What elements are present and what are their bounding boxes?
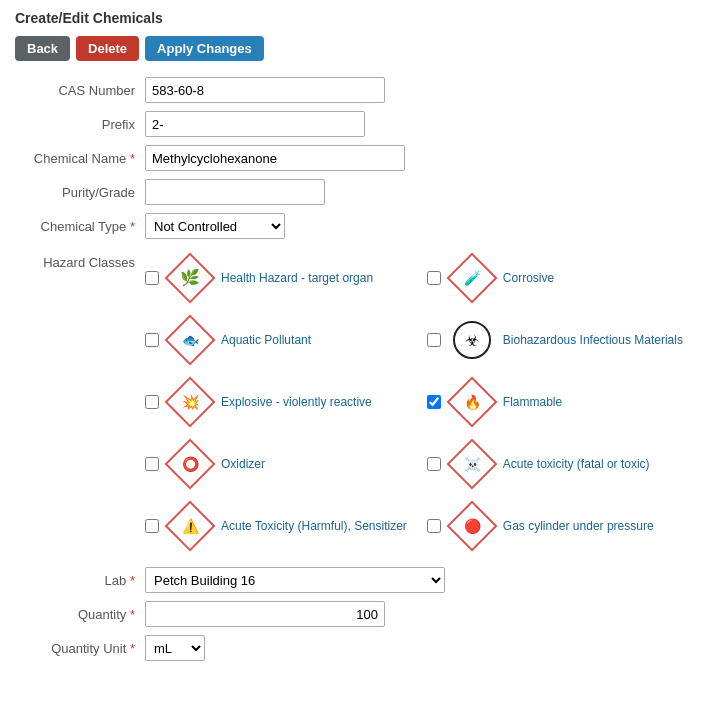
hazard-gas-checkbox[interactable]	[427, 519, 441, 533]
hazard-flammable-label: Flammable	[503, 395, 562, 409]
hazard-gas: 🔴 Gas cylinder under pressure	[427, 501, 689, 551]
quantity-input[interactable]	[145, 601, 385, 627]
hazard-corrosive-checkbox[interactable]	[427, 271, 441, 285]
svg-text:☣: ☣	[465, 332, 479, 349]
quantity-row: Quantity *	[15, 601, 698, 627]
aquatic-icon: 🐟	[165, 315, 215, 365]
biohazard-icon: ☣	[447, 315, 497, 365]
qty-unit-label: Quantity Unit *	[15, 641, 145, 656]
name-row: Chemical Name *	[15, 145, 698, 171]
hazard-biohazard: ☣ Biohazardous Infectious Materials	[427, 315, 689, 365]
hazard-flammable-checkbox[interactable]	[427, 395, 441, 409]
hazard-oxidizer-label: Oxidizer	[221, 457, 265, 471]
hazard-harmful: ⚠️ Acute Toxicity (Harmful), Sensitizer	[145, 501, 407, 551]
hazard-aquatic-label: Aquatic Pollutant	[221, 333, 311, 347]
acute-toxic-icon: ☠️	[447, 439, 497, 489]
hazard-grid: 🌿 Health Hazard - target organ 🧪 Corrosi…	[145, 253, 689, 551]
lab-row: Lab * Petch Building 16	[15, 567, 698, 593]
purity-row: Purity/Grade	[15, 179, 698, 205]
cas-row: CAS Number	[15, 77, 698, 103]
hazard-aquatic-checkbox[interactable]	[145, 333, 159, 347]
hazard-explosive: 💥 Explosive - violently reactive	[145, 377, 407, 427]
hazard-health: 🌿 Health Hazard - target organ	[145, 253, 407, 303]
cas-label: CAS Number	[15, 83, 145, 98]
hazard-flammable: 🔥 Flammable	[427, 377, 689, 427]
corrosive-icon: 🧪	[447, 253, 497, 303]
name-label: Chemical Name *	[15, 151, 145, 166]
health-hazard-icon: 🌿	[165, 253, 215, 303]
purity-label: Purity/Grade	[15, 185, 145, 200]
harmful-icon: ⚠️	[165, 501, 215, 551]
hazard-label: Hazard Classes	[15, 249, 145, 270]
oxidizer-icon: ⭕	[165, 439, 215, 489]
gas-icon: 🔴	[447, 501, 497, 551]
hazard-row: Hazard Classes 🌿 Health Hazard - target …	[15, 249, 698, 551]
hazard-health-label: Health Hazard - target organ	[221, 271, 373, 285]
cas-input[interactable]	[145, 77, 385, 103]
page-title: Create/Edit Chemicals	[15, 10, 698, 26]
hazard-health-checkbox[interactable]	[145, 271, 159, 285]
hazard-gas-label: Gas cylinder under pressure	[503, 519, 654, 533]
type-label: Chemical Type *	[15, 219, 145, 234]
explosive-icon: 💥	[165, 377, 215, 427]
hazard-explosive-label: Explosive - violently reactive	[221, 395, 372, 409]
lab-select[interactable]: Petch Building 16	[145, 567, 445, 593]
hazard-acute-toxic-label: Acute toxicity (fatal or toxic)	[503, 457, 650, 471]
prefix-input[interactable]	[145, 111, 365, 137]
qty-unit-select[interactable]: mL L g kg	[145, 635, 205, 661]
prefix-row: Prefix	[15, 111, 698, 137]
hazard-corrosive: 🧪 Corrosive	[427, 253, 689, 303]
hazard-explosive-checkbox[interactable]	[145, 395, 159, 409]
type-select[interactable]: Not Controlled Controlled	[145, 213, 285, 239]
hazard-acute-toxic-checkbox[interactable]	[427, 457, 441, 471]
biohazard-svg: ☣	[461, 329, 483, 351]
hazard-corrosive-label: Corrosive	[503, 271, 554, 285]
hazard-harmful-checkbox[interactable]	[145, 519, 159, 533]
quantity-label: Quantity *	[15, 607, 145, 622]
type-row: Chemical Type * Not Controlled Controlle…	[15, 213, 698, 239]
apply-button[interactable]: Apply Changes	[145, 36, 264, 61]
qty-unit-row: Quantity Unit * mL L g kg	[15, 635, 698, 661]
hazard-harmful-label: Acute Toxicity (Harmful), Sensitizer	[221, 519, 407, 533]
hazard-acute-toxic: ☠️ Acute toxicity (fatal or toxic)	[427, 439, 689, 489]
hazard-aquatic: 🐟 Aquatic Pollutant	[145, 315, 407, 365]
toolbar: Back Delete Apply Changes	[15, 36, 698, 61]
hazard-oxidizer-checkbox[interactable]	[145, 457, 159, 471]
hazard-biohazard-label: Biohazardous Infectious Materials	[503, 333, 683, 347]
flammable-icon: 🔥	[447, 377, 497, 427]
prefix-label: Prefix	[15, 117, 145, 132]
hazard-biohazard-checkbox[interactable]	[427, 333, 441, 347]
lab-label: Lab *	[15, 573, 145, 588]
purity-input[interactable]	[145, 179, 325, 205]
hazard-oxidizer: ⭕ Oxidizer	[145, 439, 407, 489]
back-button[interactable]: Back	[15, 36, 70, 61]
delete-button[interactable]: Delete	[76, 36, 139, 61]
name-input[interactable]	[145, 145, 405, 171]
